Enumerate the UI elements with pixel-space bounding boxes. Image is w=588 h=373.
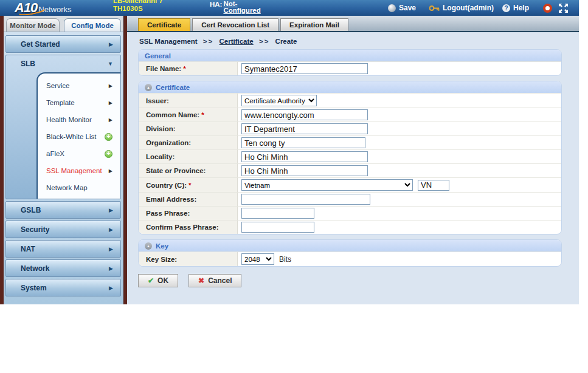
sidebar: Monitor Mode Config Mode Get Started ▶ S… bbox=[4, 16, 123, 304]
breadcrumb-root: SSL Management bbox=[139, 38, 198, 45]
common-name-input[interactable] bbox=[241, 109, 368, 120]
common-name-label: Common Name: bbox=[146, 111, 199, 118]
support-button[interactable] bbox=[543, 0, 552, 16]
required-mark: * bbox=[183, 65, 185, 72]
organization-input[interactable] bbox=[241, 137, 365, 148]
key-panel: ▲ Key Key Size: 2048 Bits bbox=[138, 239, 562, 267]
check-icon: ✔ bbox=[148, 276, 154, 285]
tab-expiration-mail[interactable]: Expiration Mail bbox=[280, 18, 348, 31]
top-bar: A10Networks LB-0llichannl 7 TH1030S HA: … bbox=[0, 0, 579, 16]
cross-icon: ✖ bbox=[198, 276, 204, 285]
key-size-label: Key Size: bbox=[146, 256, 177, 263]
add-icon[interactable]: + bbox=[105, 133, 112, 141]
email-input[interactable] bbox=[241, 194, 370, 205]
chevron-right-icon: ▶ bbox=[109, 117, 112, 123]
device-model: TH1030S bbox=[113, 5, 163, 13]
sidebar-item-health-monitor[interactable]: Health Monitor ▶ bbox=[38, 111, 120, 128]
locality-input[interactable] bbox=[241, 151, 368, 162]
sidebar-item-network-map[interactable]: Network Map bbox=[38, 179, 120, 196]
chevron-right-icon: ▶ bbox=[109, 168, 112, 174]
content-tabstrip: Certificate Cert Revocation List Expirat… bbox=[127, 16, 579, 32]
tab-certificate[interactable]: Certificate bbox=[138, 18, 190, 31]
ok-button[interactable]: ✔ OK bbox=[138, 274, 178, 287]
general-panel: General File Name: * bbox=[138, 49, 562, 76]
confirm-pass-phrase-input[interactable] bbox=[241, 222, 314, 233]
slb-submenu: Service ▶ Template ▶ Health Monitor ▶ Bl… bbox=[36, 72, 120, 199]
collapse-icon[interactable]: ▲ bbox=[145, 84, 152, 91]
sidebar-item-security[interactable]: Security ▶ bbox=[5, 221, 121, 238]
key-size-select[interactable]: 2048 bbox=[241, 253, 274, 265]
locality-label: Locality: bbox=[146, 153, 175, 160]
sidebar-item-template[interactable]: Template ▶ bbox=[38, 94, 120, 111]
breadcrumb-certificate-link[interactable]: Certificate bbox=[220, 38, 254, 45]
sidebar-section-slb: SLB ▼ Service ▶ Template ▶ Health Monito… bbox=[5, 55, 121, 199]
sidebar-item-network[interactable]: Network ▶ bbox=[5, 259, 121, 277]
file-name-label: File Name: bbox=[146, 65, 181, 72]
sidebar-item-service[interactable]: Service ▶ bbox=[38, 77, 120, 94]
country-select[interactable]: Vietnam bbox=[241, 179, 413, 191]
sidebar-body: Get Started ▶ SLB ▼ Service ▶ Template ▶ bbox=[4, 32, 123, 296]
issuer-label: Issuer: bbox=[146, 97, 169, 104]
tab-monitor-mode[interactable]: Monitor Mode bbox=[6, 18, 60, 32]
ha-status: HA: Not- Configured bbox=[210, 1, 261, 14]
required-mark: * bbox=[201, 111, 204, 118]
breadcrumb-separator: >> bbox=[259, 38, 269, 45]
confirm-pass-phrase-label: Confirm Pass Phrase: bbox=[146, 224, 219, 231]
sidebar-item-system[interactable]: System ▶ bbox=[5, 279, 121, 296]
tab-config-mode[interactable]: Config Mode bbox=[64, 18, 121, 32]
sidebar-item-aflex[interactable]: aFleX + bbox=[38, 145, 120, 162]
breadcrumb-current: Create bbox=[275, 38, 297, 45]
logout-button[interactable]: Logout(admin) bbox=[429, 0, 494, 16]
fullscreen-button[interactable] bbox=[559, 0, 568, 16]
breadcrumb: SSL Management >> Certificate >> Create bbox=[127, 32, 579, 49]
chevron-right-icon: ▶ bbox=[109, 265, 113, 272]
state-province-input[interactable] bbox=[241, 165, 368, 176]
help-button[interactable]: ? Help bbox=[502, 0, 529, 16]
chevron-right-icon: ▶ bbox=[109, 285, 113, 291]
sidebar-item-ssl-management[interactable]: SSL Management ▶ bbox=[38, 162, 120, 179]
pass-phrase-input[interactable] bbox=[241, 208, 314, 219]
ha-configure-link[interactable]: Not- Configured bbox=[223, 1, 260, 14]
ha-label: HA: bbox=[210, 1, 222, 14]
sidebar-item-nat[interactable]: NAT ▶ bbox=[5, 240, 121, 258]
main-content: Certificate Cert Revocation List Expirat… bbox=[127, 16, 579, 304]
issuer-select[interactable]: Certificate Authority bbox=[241, 95, 317, 106]
chevron-right-icon: ▶ bbox=[109, 207, 113, 213]
sidebar-item-slb[interactable]: SLB ▼ bbox=[6, 55, 120, 72]
add-icon[interactable]: + bbox=[105, 150, 112, 158]
division-input[interactable] bbox=[241, 123, 368, 134]
state-province-row: State or Province: bbox=[139, 163, 561, 177]
general-title: General bbox=[145, 52, 171, 60]
email-label: Email Address: bbox=[146, 196, 196, 203]
life-ring-icon bbox=[543, 4, 552, 13]
state-province-label: State or Province: bbox=[146, 167, 206, 174]
key-title: Key bbox=[156, 242, 168, 250]
key-section-header: ▲ Key bbox=[139, 240, 561, 252]
collapse-icon[interactable]: ▲ bbox=[145, 242, 152, 250]
cancel-button[interactable]: ✖ Cancel bbox=[189, 274, 241, 287]
chevron-right-icon: ▶ bbox=[109, 83, 112, 89]
required-mark: * bbox=[189, 182, 191, 189]
mode-tabs: Monitor Mode Config Mode bbox=[4, 16, 123, 32]
sidebar-item-get-started[interactable]: Get Started ▶ bbox=[5, 35, 121, 53]
certificate-panel: ▲ Certificate Issuer: Certificate Author… bbox=[138, 81, 562, 234]
save-button[interactable]: Save bbox=[388, 0, 416, 16]
sidebar-item-gslb[interactable]: GSLB ▶ bbox=[5, 201, 121, 219]
organization-label: Organization: bbox=[146, 139, 191, 146]
certificate-title: Certificate bbox=[156, 84, 190, 91]
action-buttons: ✔ OK ✖ Cancel bbox=[138, 274, 579, 287]
tab-cert-revocation-list[interactable]: Cert Revocation List bbox=[192, 18, 278, 31]
breadcrumb-separator: >> bbox=[203, 38, 213, 45]
file-name-input[interactable] bbox=[241, 63, 368, 74]
chevron-right-icon: ▶ bbox=[109, 41, 113, 47]
country-row: Country (C): * Vietnam bbox=[139, 177, 561, 192]
common-name-row: Common Name: * bbox=[139, 108, 561, 121]
chevron-down-icon: ▼ bbox=[108, 61, 113, 67]
locality-row: Locality: bbox=[139, 149, 561, 163]
key-icon bbox=[429, 5, 440, 12]
division-label: Division: bbox=[146, 125, 176, 132]
help-icon: ? bbox=[502, 4, 510, 12]
country-label: Country (C): bbox=[146, 182, 187, 189]
sidebar-item-black-white-list[interactable]: Black-White List + bbox=[38, 128, 120, 145]
country-code-input[interactable] bbox=[418, 180, 449, 191]
